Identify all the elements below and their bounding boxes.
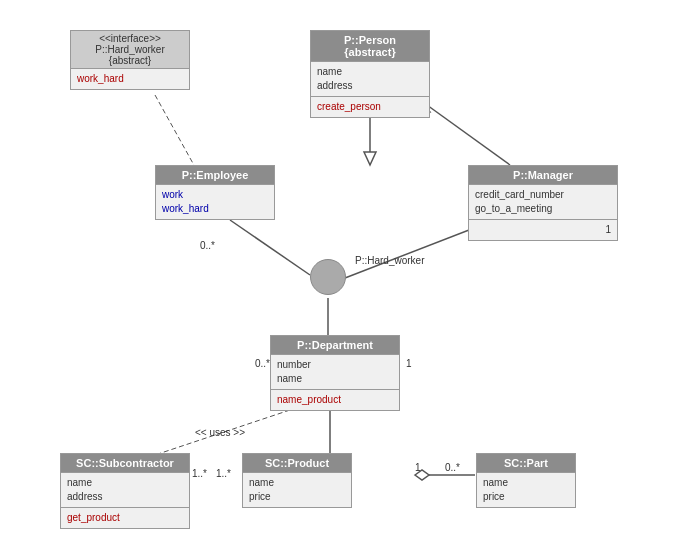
interface-stereotype: <<interface>> [77, 33, 183, 44]
manager-mult-section: 1 [469, 219, 617, 240]
product-attrs-section: name price [243, 472, 351, 507]
subcontractor-box: SC::Subcontractor name address get_produ… [60, 453, 190, 529]
mult-sub-2: 1..* [216, 468, 231, 479]
department-methods-section: name_product [271, 389, 399, 410]
hard-worker-label: P::Hard_worker [355, 255, 424, 266]
mult-prod-1: 1 [415, 462, 421, 473]
department-box: P::Department number name name_product [270, 335, 400, 411]
dept-attr-name: name [277, 372, 393, 386]
department-name: P::Department [277, 339, 393, 351]
mult-dept-right: 1 [406, 358, 412, 369]
sub-attr-address: address [67, 490, 183, 504]
sub-attr-name: name [67, 476, 183, 490]
employee-box: P::Employee work work_hard [155, 165, 275, 220]
manager-attr-credit: credit_card_number [475, 188, 611, 202]
manager-name: P::Manager [475, 169, 611, 181]
interface-circle-node [310, 259, 346, 295]
manager-header: P::Manager [469, 166, 617, 184]
mult-prod-2: 0..* [445, 462, 460, 473]
diagram-container: <<interface>> P::Hard_worker {abstract} … [0, 0, 687, 553]
person-header: P::Person {abstract} [311, 31, 429, 61]
person-box: P::Person {abstract} name address create… [310, 30, 430, 118]
part-box: SC::Part name price [476, 453, 576, 508]
mult-employee-dept: 0..* [200, 240, 215, 251]
employee-attrs-section: work work_hard [156, 184, 274, 219]
manager-attr-meeting: go_to_a_meeting [475, 202, 611, 216]
manager-mult-1: 1 [475, 223, 611, 237]
employee-attr-work-hard: work_hard [162, 202, 268, 216]
person-attr-address: address [317, 79, 423, 93]
person-attrs-section: name address [311, 61, 429, 96]
department-header: P::Department [271, 336, 399, 354]
interface-method-work-hard: work_hard [77, 72, 183, 86]
uses-label: << uses >> [195, 427, 245, 438]
mult-sub-1: 1..* [192, 468, 207, 479]
manager-box: P::Manager credit_card_number go_to_a_me… [468, 165, 618, 241]
part-name: SC::Part [483, 457, 569, 469]
product-attr-name: name [249, 476, 345, 490]
part-header: SC::Part [477, 454, 575, 472]
department-attrs-section: number name [271, 354, 399, 389]
part-attr-price: price [483, 490, 569, 504]
dept-method-name-product: name_product [277, 393, 393, 407]
dept-attr-number: number [277, 358, 393, 372]
interface-hardworker-box: <<interface>> P::Hard_worker {abstract} … [70, 30, 190, 90]
product-name: SC::Product [249, 457, 345, 469]
subcontractor-header: SC::Subcontractor [61, 454, 189, 472]
person-modifier: {abstract} [317, 46, 423, 58]
person-methods-section: create_person [311, 96, 429, 117]
mult-dept-left: 0..* [255, 358, 270, 369]
manager-attrs-section: credit_card_number go_to_a_meeting [469, 184, 617, 219]
employee-attr-work: work [162, 188, 268, 202]
interface-name: P::Hard_worker [77, 44, 183, 55]
product-box: SC::Product name price [242, 453, 352, 508]
person-attr-name: name [317, 65, 423, 79]
interface-methods-section: work_hard [71, 68, 189, 89]
employee-header: P::Employee [156, 166, 274, 184]
part-attrs-section: name price [477, 472, 575, 507]
interface-modifier: {abstract} [77, 55, 183, 66]
subcontractor-methods-section: get_product [61, 507, 189, 528]
svg-line-3 [230, 220, 310, 275]
employee-name: P::Employee [162, 169, 268, 181]
subcontractor-attrs-section: name address [61, 472, 189, 507]
subcontractor-name: SC::Subcontractor [67, 457, 183, 469]
person-name: P::Person [317, 34, 423, 46]
sub-method-get-product: get_product [67, 511, 183, 525]
svg-marker-1 [364, 152, 376, 165]
product-header: SC::Product [243, 454, 351, 472]
svg-line-10 [420, 100, 510, 165]
part-attr-name: name [483, 476, 569, 490]
interface-hardworker-header: <<interface>> P::Hard_worker {abstract} [71, 31, 189, 68]
person-method-create: create_person [317, 100, 423, 114]
product-attr-price: price [249, 490, 345, 504]
